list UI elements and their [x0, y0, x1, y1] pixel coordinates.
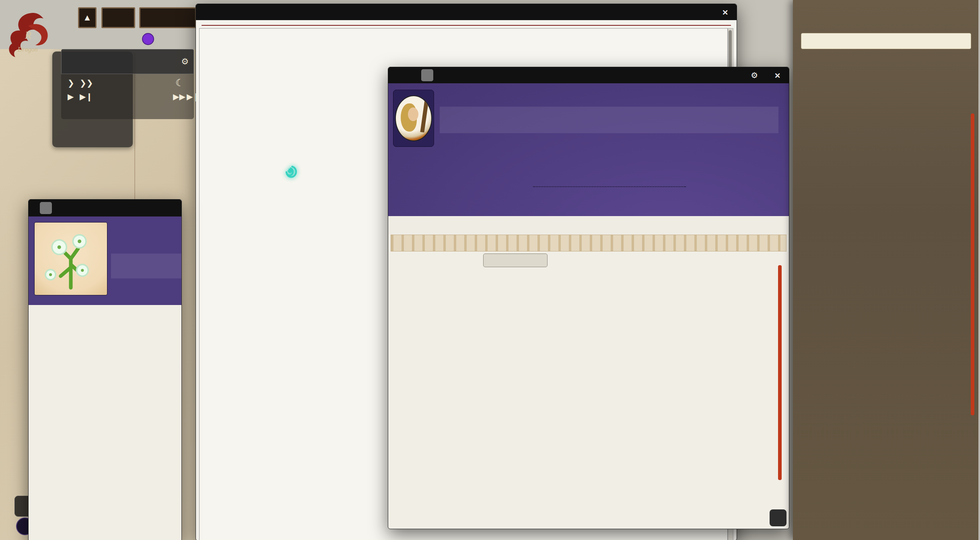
name-band	[440, 107, 778, 133]
calendar-date-bar: ⚙	[61, 49, 194, 74]
item-name-band	[111, 254, 181, 278]
compendium-list	[793, 55, 980, 540]
ecran-reve-button[interactable]	[139, 7, 196, 28]
compendium-sidebar	[793, 0, 980, 540]
caret-up-icon: ▲	[83, 12, 92, 23]
character-sheet-window: ⚙ ×	[388, 67, 789, 529]
item-header	[29, 216, 181, 305]
reve-de-dragon-logo: R Dragon	[4, 10, 64, 62]
profile-book-icon[interactable]	[421, 69, 433, 81]
foundry-vtt-screen: R Dragon ▲ ⚙ ❯ ❯❯ ▶ ▶❙ ☾ ▶▶ ▶❙ ×	[0, 0, 980, 540]
map-window-titlebar[interactable]: ×	[196, 4, 737, 20]
skills-column-right	[591, 273, 777, 529]
collapse-nav-button[interactable]: ▲	[78, 7, 97, 28]
map-close-button[interactable]: ×	[722, 7, 731, 17]
skills-column-left	[395, 273, 581, 529]
sheet-config-button[interactable]: ⚙	[751, 70, 760, 80]
play-button[interactable]: ▶	[68, 92, 74, 101]
sheet-titlebar[interactable]: ⚙ ×	[388, 67, 789, 83]
logo-text: R	[25, 29, 31, 41]
fast-skip-button[interactable]: ▶❙	[187, 92, 200, 101]
item-image[interactable]	[34, 222, 107, 295]
step-forward-large-button[interactable]: ❯❯	[80, 78, 93, 88]
spell-reserve-marker[interactable]	[279, 160, 299, 180]
map-rule	[202, 25, 731, 26]
step-forward-small-button[interactable]: ❯	[68, 78, 74, 88]
sheet-close-button[interactable]: ×	[774, 70, 783, 80]
create-compendium-button[interactable]	[801, 33, 971, 49]
calendar-settings-icon[interactable]: ⚙	[181, 57, 189, 66]
player-badge	[142, 33, 154, 45]
item-book-icon[interactable]	[40, 202, 52, 214]
sidebar-tabs	[796, 3, 977, 24]
skill-filter-bar	[388, 251, 789, 270]
sheet-header	[388, 83, 789, 216]
avatar[interactable]	[393, 90, 434, 147]
sidebar-scrollbar[interactable]	[971, 113, 974, 415]
skill-search-input[interactable]	[483, 254, 548, 267]
calendar-controls: ❯ ❯❯ ▶ ▶❙ ☾ ▶▶ ▶❙	[61, 74, 194, 119]
status-block	[533, 184, 781, 193]
sheet-scrollbar[interactable]	[778, 265, 782, 480]
item-window-belledame	[28, 199, 182, 540]
sheet-tabs	[388, 216, 789, 235]
decor-border	[391, 235, 786, 251]
skip-button[interactable]: ▶❙	[80, 92, 93, 101]
svg-text:Dragon: Dragon	[17, 46, 38, 53]
resize-handle[interactable]	[770, 509, 786, 526]
item-form	[29, 305, 181, 540]
item-titlebar[interactable]	[29, 200, 181, 216]
moon-icon: ☾	[175, 77, 184, 89]
fast-forward-button[interactable]: ▶▶	[173, 92, 185, 101]
oniros-button[interactable]	[101, 7, 135, 28]
